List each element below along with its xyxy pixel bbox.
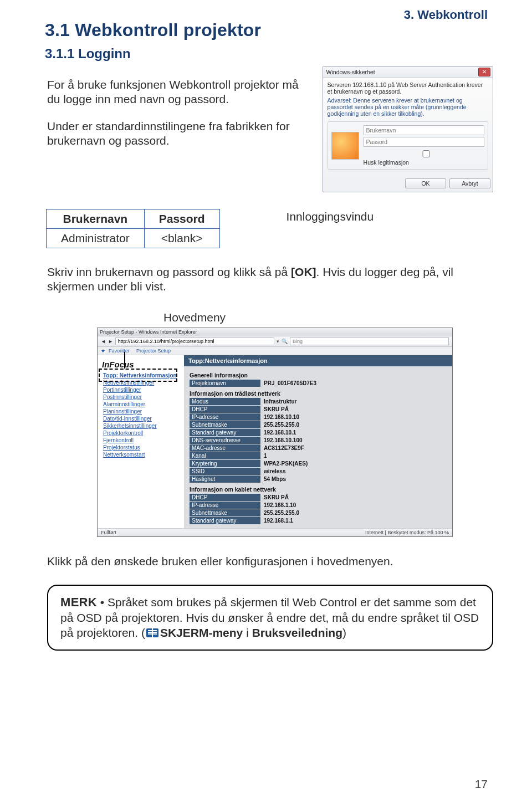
sidebar-item[interactable]: Nettverksomstart (103, 452, 182, 458)
section-general: Generell informasjon (190, 372, 447, 379)
intro-paragraph-2: Under er standardinnstilingene fra fabri… (47, 119, 307, 149)
kv-value: SKRU PÅ (260, 406, 292, 413)
kv-value: 192.168.10.10 (260, 413, 303, 421)
sidebar-item[interactable]: Projektorkontroll (103, 430, 182, 436)
login-window-label: Innloggingsvindu (287, 210, 374, 223)
search-box[interactable] (290, 337, 449, 345)
kv-key: Subnettmaske (190, 421, 260, 428)
kv-value: 192.168.10.1 (260, 429, 299, 436)
back-icon[interactable]: ◄ (101, 339, 106, 344)
login-dialog-figure: Windows-sikkerhet ✕ Serveren 192.168.1.1… (323, 66, 493, 192)
forward-icon[interactable]: ► (108, 339, 113, 344)
kv-key: Hastighet (190, 475, 260, 483)
kv-value: AC8112E73E9F (260, 444, 308, 452)
kv-key: Modus (190, 398, 260, 405)
instruction-paragraph-2: Klikk på den ønskede bruken eller konfig… (47, 555, 493, 568)
ok-button[interactable]: OK (405, 178, 446, 188)
kv-key: IP-adresse (190, 502, 260, 509)
kv-key: DNS-serveradresse (190, 437, 260, 444)
avatar (331, 132, 359, 160)
cancel-button[interactable]: Avbryt (449, 178, 490, 188)
kv-value: 192.168.10.100 (260, 437, 306, 444)
remember-label: Husk legitimasjon (364, 159, 409, 166)
username-input[interactable] (364, 125, 484, 135)
kv-value: PRJ_001F6705D7E3 (260, 380, 320, 387)
kv-value: 255.255.255.0 (260, 421, 303, 428)
heading-2: 3.1.1 Logginn (45, 46, 493, 62)
sidebar-item[interactable]: Portinnstillinger (103, 387, 182, 393)
password-input[interactable] (364, 137, 484, 147)
status-left: Fullført (101, 530, 116, 535)
kv-key: Subnettmaske (190, 509, 260, 516)
kv-key: SSID (190, 468, 260, 475)
kv-key: Standard gateway (190, 429, 260, 436)
section-breadcrumb: 3. Webkontroll (404, 8, 488, 22)
note-box: MERK • Språket som brukes på skjermen ti… (47, 585, 493, 651)
kv-key: Kryptering (190, 460, 260, 467)
dialog-title: Windows-sikkerhet (326, 69, 375, 75)
panel-heading: Topp:Nettverksinformasjon (184, 355, 452, 366)
dialog-warning: Advarsel: Denne serveren krever at bruke… (328, 97, 488, 117)
page-number: 17 (475, 778, 488, 791)
book-icon (146, 628, 158, 637)
browser-window-figure: Projector Setup - Windows Internet Explo… (97, 328, 453, 537)
kv-value: Infrastruktur (260, 398, 300, 405)
remember-checkbox[interactable]: Husk legitimasjon (364, 149, 484, 166)
sidebar-item[interactable]: Fjernkontroll (103, 437, 182, 443)
kv-key: DHCP (190, 406, 260, 413)
kv-key: MAC-adresse (190, 444, 260, 452)
credentials-table: Brukernavn Passord Administrator <blank> (46, 209, 220, 248)
kv-value: WPA2-PSK(AES) (260, 460, 311, 467)
sidebar: InFocus Topp: NettverksinformasjonNettve… (98, 355, 184, 528)
kv-value: 192.168.1.10 (260, 502, 299, 509)
kv-value: 255.255.255.0 (260, 509, 303, 516)
sidebar-item[interactable]: Planinnstillinger (103, 408, 182, 415)
sidebar-item[interactable]: Postinnstillinger (103, 394, 182, 400)
sidebar-item[interactable]: Projektorstatus (103, 444, 182, 451)
address-bar[interactable] (115, 337, 274, 345)
kv-key: Kanal (190, 452, 260, 459)
section-wireless: Informasjon om trådløst nettverk (190, 390, 447, 397)
kv-value: 1 (260, 452, 270, 459)
sidebar-item[interactable]: Dato/tid-innstillinger (103, 416, 182, 422)
section-wired: Informasjon om kablet nettverk (190, 486, 447, 493)
kv-key: DHCP (190, 494, 260, 501)
note-label: MERK (60, 595, 97, 609)
sidebar-item[interactable]: Nettverksinnstillinger (103, 380, 182, 386)
sidebar-item[interactable]: Topp: Nettverksinformasjon (103, 372, 182, 379)
kv-key: Standard gateway (190, 517, 260, 524)
favorites-label[interactable]: Favoritter (109, 348, 130, 354)
cred-header-pass: Passord (144, 209, 219, 229)
browser-title: Projector Setup - Windows Internet Explo… (100, 329, 197, 335)
brand-logo: InFocus (102, 360, 183, 369)
kv-value: wireless (260, 468, 289, 475)
kv-value: 54 Mbps (260, 475, 289, 483)
kv-key: Projektornavn (190, 380, 260, 387)
close-icon[interactable]: ✕ (478, 68, 490, 76)
kv-key: IP-adresse (190, 413, 260, 421)
heading-1: 3.1 Webkontroll projektor (45, 20, 493, 40)
dialog-text-1: Serveren 192.168.1.10 på Web Server Auth… (328, 81, 488, 95)
intro-paragraph-1: For å bruke funksjonen Webkontroll proje… (47, 78, 307, 107)
cred-user: Administrator (47, 229, 145, 248)
sidebar-item[interactable]: Sikkerhetsinnstillinger (103, 423, 182, 429)
instruction-paragraph: Skriv inn brukernavn og passord og klikk… (47, 265, 479, 294)
page-tab[interactable]: Projector Setup (136, 348, 171, 354)
kv-value: SKRU PÅ (260, 494, 292, 501)
sidebar-item[interactable]: Alarminnstillinger (103, 401, 182, 407)
cred-pass: <blank> (144, 229, 219, 248)
status-right: Internett | Beskyttet modus: På 100 % (365, 530, 449, 535)
kv-value: 192.168.1.1 (260, 517, 296, 524)
cred-header-user: Brukernavn (47, 209, 145, 229)
main-menu-label: Hovedmeny (163, 311, 493, 324)
